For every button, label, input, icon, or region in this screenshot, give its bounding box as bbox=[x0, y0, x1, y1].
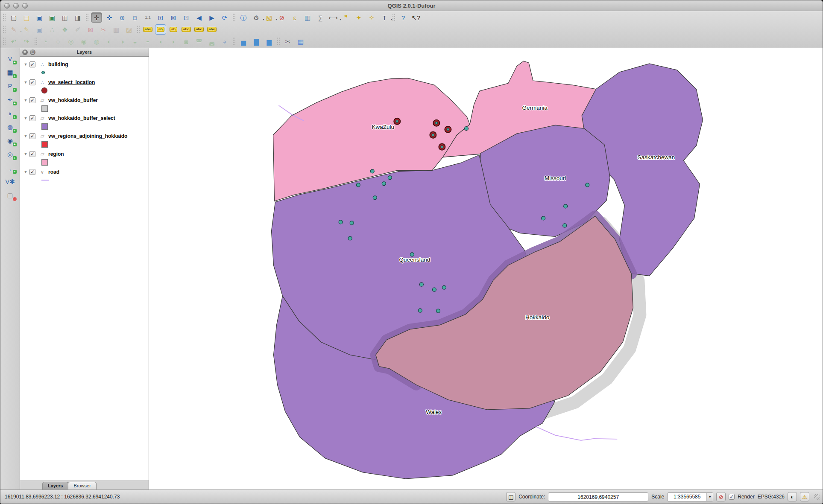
move-label-button[interactable]: ab bbox=[155, 24, 166, 35]
current-edits-button[interactable]: ✎▾ bbox=[8, 24, 19, 35]
minimize-window-button[interactable] bbox=[13, 3, 19, 9]
building-point[interactable] bbox=[350, 221, 354, 225]
open-attribute-table-button[interactable]: ▦ bbox=[302, 12, 313, 23]
road-southeast[interactable] bbox=[536, 427, 617, 440]
deselect-features-button[interactable]: ⊘ bbox=[276, 12, 287, 23]
zoom-last-button[interactable]: ◀ bbox=[193, 12, 205, 23]
add-raster-layer-button[interactable]: ▦ bbox=[5, 67, 16, 77]
new-project-button[interactable]: ▢ bbox=[8, 12, 19, 23]
zoom-to-selection-button[interactable]: ⊠ bbox=[168, 12, 179, 23]
measure-line-button[interactable]: ⟷▾ bbox=[328, 12, 339, 23]
layer-visibility-checkbox[interactable]: ✓ bbox=[29, 61, 35, 67]
save-layer-edits-button[interactable]: ▣ bbox=[34, 24, 45, 35]
fill-ring-button[interactable]: ◍ bbox=[91, 36, 102, 47]
select-features-button[interactable]: ▧▾ bbox=[264, 12, 275, 23]
building-point[interactable] bbox=[382, 182, 386, 186]
add-wms-layer-button[interactable]: ◍ bbox=[5, 122, 16, 132]
expander-icon[interactable]: ▼ bbox=[23, 170, 29, 174]
add-postgis-layer-button[interactable]: P bbox=[5, 81, 16, 91]
extents-toggle-icon[interactable]: ◫ bbox=[506, 492, 515, 501]
expander-icon[interactable]: ▼ bbox=[23, 152, 29, 156]
layer-visibility-checkbox[interactable]: ✓ bbox=[29, 115, 35, 121]
building-point[interactable] bbox=[563, 224, 567, 227]
building-point[interactable] bbox=[442, 286, 446, 289]
run-feature-action-button[interactable]: ⚙▾ bbox=[251, 12, 262, 23]
expander-icon[interactable]: ▼ bbox=[23, 80, 29, 84]
scale-combo[interactable]: 1:33565585 ▾ bbox=[667, 492, 713, 501]
full-histogram-stretch-button[interactable]: ▇ bbox=[251, 36, 262, 47]
building-point[interactable] bbox=[373, 196, 377, 200]
building-point[interactable] bbox=[419, 283, 423, 286]
rotate-feature-button[interactable]: ◔ bbox=[40, 36, 51, 47]
building-point[interactable] bbox=[418, 309, 422, 312]
undo-button[interactable]: ↶ bbox=[8, 36, 19, 47]
expander-icon[interactable]: ▼ bbox=[23, 134, 29, 138]
layer-visibility-checkbox[interactable]: ✓ bbox=[29, 151, 35, 157]
layer-item-vw_regions_adjoining_hokkaido[interactable]: ▼✓▱vw_regions_adjoining_hokkaido bbox=[20, 131, 149, 149]
layer-visibility-checkbox[interactable]: ✓ bbox=[29, 79, 35, 85]
rotate-label-button[interactable]: ab bbox=[168, 24, 179, 35]
crs-status-button[interactable]: ◐ bbox=[788, 492, 797, 501]
map-tips-button[interactable]: ❞ bbox=[340, 12, 351, 23]
offset-point-symbol-button[interactable]: ◕ bbox=[219, 36, 230, 47]
add-wfs-layer-button[interactable]: ◎ bbox=[5, 149, 16, 159]
building-point[interactable] bbox=[432, 288, 436, 291]
add-part-button[interactable]: ◉ bbox=[78, 36, 89, 47]
building-point[interactable] bbox=[370, 169, 374, 173]
pin-unpin-labels-button[interactable]: abc bbox=[181, 24, 192, 35]
chevron-down-icon[interactable]: ▾ bbox=[706, 493, 713, 501]
new-shapefile-layer-button[interactable]: V✱ bbox=[5, 176, 16, 186]
layer-item-building[interactable]: ▼✓∴building bbox=[20, 59, 149, 77]
title-bar[interactable]: QGIS 2.0.1-Dufour bbox=[0, 0, 823, 11]
split-features-button[interactable]: ◖ bbox=[155, 36, 166, 47]
coordinate-input[interactable]: 1620169,6940257 bbox=[548, 492, 648, 501]
redo-button[interactable]: ↷ bbox=[21, 36, 32, 47]
move-feature-button[interactable]: ❖ bbox=[59, 24, 70, 35]
new-bookmark-button[interactable]: ✦ bbox=[353, 12, 364, 23]
zoom-full-extent-button[interactable]: ⊞ bbox=[155, 12, 166, 23]
messages-button[interactable]: ⚠ bbox=[800, 492, 809, 501]
show-hide-labels-button[interactable]: abc bbox=[193, 24, 205, 35]
close-window-button[interactable] bbox=[4, 3, 10, 9]
zoom-next-button[interactable]: ▶ bbox=[206, 12, 217, 23]
layer-item-road[interactable]: ▼✓∨road bbox=[20, 167, 149, 185]
delete-selected-button[interactable]: ⊠ bbox=[85, 24, 96, 35]
add-delimited-text-layer-button[interactable]: , bbox=[5, 163, 16, 173]
zoom-in-button[interactable]: ⊕ bbox=[117, 12, 128, 23]
pan-map-button[interactable]: ✛ bbox=[91, 12, 102, 23]
expander-icon[interactable]: ▼ bbox=[23, 62, 29, 67]
save-project-as-button[interactable]: ▣ bbox=[47, 12, 58, 23]
help-contents-button[interactable]: ? bbox=[398, 12, 409, 23]
delete-ring-button[interactable]: ◐ bbox=[104, 36, 115, 47]
toggle-editing-button[interactable]: ✎ bbox=[21, 24, 32, 35]
add-spatialite-layer-button[interactable]: ✒ bbox=[5, 94, 16, 105]
zoom-to-layer-button[interactable]: ⊡ bbox=[181, 12, 192, 23]
add-ring-button[interactable]: ◎ bbox=[65, 36, 76, 47]
whats-this-button[interactable]: ↖? bbox=[410, 12, 422, 23]
stop-render-icon[interactable]: ⊘ bbox=[716, 492, 726, 501]
text-annotation-button[interactable]: T▾ bbox=[379, 12, 390, 23]
clip-raster-button[interactable]: ✂ bbox=[282, 36, 293, 47]
split-parts-button[interactable]: ◗ bbox=[168, 36, 179, 47]
delete-part-button[interactable]: ◑ bbox=[117, 36, 128, 47]
building-point[interactable] bbox=[436, 309, 440, 313]
building-point[interactable] bbox=[339, 220, 343, 224]
zoom-out-button[interactable]: ⊖ bbox=[129, 12, 141, 23]
merge-attributes-button[interactable]: ◚ bbox=[193, 36, 205, 47]
add-vector-layer-button[interactable]: V bbox=[5, 53, 16, 64]
local-histogram-stretch-button[interactable]: ▅ bbox=[238, 36, 249, 47]
cut-features-button[interactable]: ✂ bbox=[98, 24, 109, 35]
add-feature-button[interactable]: ∴ bbox=[47, 24, 58, 35]
save-project-button[interactable]: ▣ bbox=[34, 12, 45, 23]
layer-item-vw_hokkaido_buffer[interactable]: ▼✓▱vw_hokkaido_buffer bbox=[20, 95, 149, 113]
new-print-composer-button[interactable]: ◫ bbox=[59, 12, 70, 23]
building-point[interactable] bbox=[348, 236, 352, 240]
layer-visibility-checkbox[interactable]: ✓ bbox=[29, 97, 35, 103]
zoom-native-resolution-button[interactable]: 1:1 bbox=[142, 12, 153, 23]
building-point[interactable] bbox=[356, 183, 360, 187]
expander-icon[interactable]: ▼ bbox=[23, 98, 29, 102]
refresh-map-button[interactable]: ⟳ bbox=[219, 12, 230, 23]
panel-tab-layers[interactable]: Layers bbox=[42, 482, 68, 489]
rotate-point-symbols-button[interactable]: ◛ bbox=[206, 36, 217, 47]
node-tool-button[interactable]: ✐ bbox=[72, 24, 83, 35]
